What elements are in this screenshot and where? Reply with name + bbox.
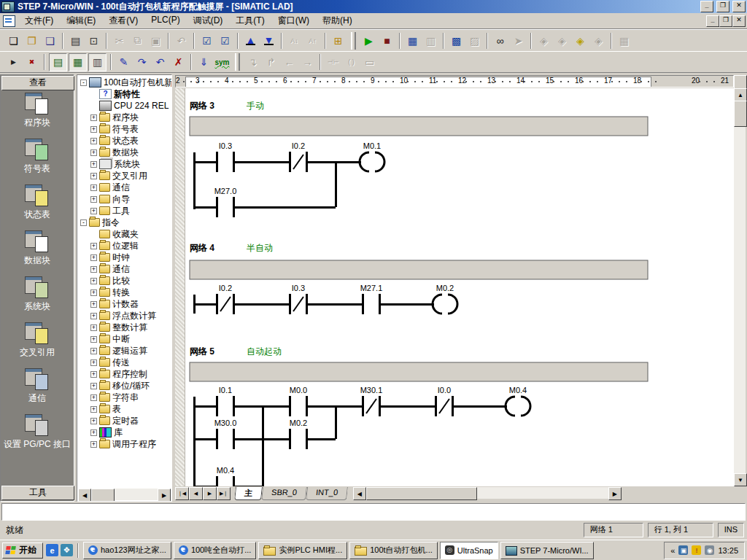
menu-调试D[interactable]: 调试(D) bbox=[187, 13, 230, 28]
expand-icon[interactable]: + bbox=[90, 336, 97, 343]
collapse-icon[interactable]: - bbox=[80, 79, 87, 86]
pause-chart-status-button[interactable]: ▨ bbox=[466, 32, 483, 49]
tree-item[interactable]: +字符串 bbox=[77, 392, 171, 403]
tree-item[interactable]: +程序控制 bbox=[77, 368, 171, 380]
ladder-network[interactable]: 网络 3手动I0.3I0.2M0.1M27.0 bbox=[190, 101, 648, 217]
menu-文件F[interactable]: 文件(F) bbox=[18, 13, 60, 28]
insert-network-button[interactable]: ✎ bbox=[115, 54, 132, 71]
menu-PLCP[interactable]: PLC(P) bbox=[144, 13, 186, 28]
expand-icon[interactable]: + bbox=[90, 289, 97, 296]
view-lad-button[interactable]: ▤ bbox=[49, 53, 67, 71]
last-tab-icon[interactable]: ▶❘ bbox=[217, 487, 231, 500]
tree-item[interactable]: +比较 bbox=[77, 275, 171, 287]
nav-item-communications[interactable]: 通信 bbox=[1, 368, 74, 405]
expand-icon[interactable]: + bbox=[90, 208, 97, 214]
bookmark-next-button[interactable]: ▶ bbox=[5, 54, 22, 71]
insert-contact-button[interactable]: ⊣⊢ bbox=[325, 54, 341, 71]
force-button[interactable]: ◈ bbox=[535, 32, 552, 49]
task-button[interactable]: e100吨全自动打... bbox=[174, 542, 257, 559]
expand-icon[interactable]: + bbox=[90, 313, 97, 319]
expand-icon[interactable]: + bbox=[90, 243, 97, 249]
tree-item[interactable]: -指令 bbox=[77, 217, 171, 228]
read-all-forced-button[interactable]: ◈ bbox=[590, 32, 607, 49]
child-restore-button[interactable]: ❐ bbox=[719, 15, 732, 27]
new-file-button[interactable]: ❏ bbox=[5, 32, 22, 49]
program-status-button[interactable]: ▦ bbox=[404, 32, 421, 49]
tree-item[interactable]: +中断 bbox=[77, 333, 171, 345]
tree-item[interactable]: CPU 224 REL bbox=[77, 100, 171, 112]
alert-icon[interactable]: ! bbox=[692, 545, 701, 555]
expand-icon[interactable]: + bbox=[90, 348, 97, 354]
scroll-left-icon[interactable]: ◀ bbox=[78, 489, 91, 502]
pou-tab-INT_0[interactable]: INT_0 bbox=[306, 487, 348, 500]
expand-icon[interactable]: + bbox=[90, 149, 97, 156]
nav-item-data-block[interactable]: 数据块 bbox=[1, 230, 74, 267]
tray-chevron-icon[interactable]: « bbox=[670, 546, 675, 555]
prev-tab-icon[interactable]: ◀ bbox=[189, 487, 203, 500]
tree-item[interactable]: +计数器 bbox=[77, 298, 171, 310]
scroll-thumb[interactable] bbox=[366, 487, 477, 500]
apply-address-button[interactable]: ⇓ bbox=[196, 54, 212, 71]
open-file-button[interactable]: ❐ bbox=[23, 32, 40, 49]
print-preview-button[interactable]: ⊡ bbox=[85, 32, 102, 49]
single-read-button[interactable]: ∞ bbox=[492, 32, 508, 49]
scroll-left-icon[interactable]: ◀ bbox=[353, 487, 366, 500]
tree-item[interactable]: +浮点数计算 bbox=[77, 310, 171, 322]
task-button[interactable]: 100t自动打包机... bbox=[349, 542, 438, 559]
minimize-button[interactable]: _ bbox=[700, 1, 713, 12]
nav-footer-tools[interactable]: 工具 bbox=[1, 486, 74, 500]
line-down-button[interactable]: ↴ bbox=[244, 54, 261, 71]
compile-all-button[interactable]: ☑ bbox=[217, 32, 233, 49]
tree-item[interactable]: +表 bbox=[77, 403, 171, 415]
tree-item[interactable]: +库 bbox=[77, 427, 171, 438]
app-icon[interactable] bbox=[1, 1, 15, 12]
tree-item[interactable]: +定时器 bbox=[77, 415, 171, 427]
tree-item[interactable]: +时钟 bbox=[77, 252, 171, 263]
collapse-icon[interactable]: - bbox=[80, 219, 87, 226]
pou-tab-主[interactable]: 主 bbox=[234, 487, 263, 500]
view-table-button[interactable]: ▥ bbox=[88, 53, 107, 71]
tree-item[interactable]: 新特性 bbox=[77, 88, 171, 100]
menu-工具T[interactable]: 工具(T) bbox=[229, 13, 271, 28]
tree-item[interactable]: +程序块 bbox=[77, 112, 171, 123]
tree-item[interactable]: +转换 bbox=[77, 287, 171, 298]
first-tab-icon[interactable]: ❘◀ bbox=[175, 487, 189, 500]
tree-item[interactable]: +数据块 bbox=[77, 147, 171, 158]
write-all-button[interactable]: ➤ bbox=[510, 32, 527, 49]
insert-box-button[interactable]: ▭ bbox=[361, 54, 378, 71]
tree-item[interactable]: +整数计算 bbox=[77, 322, 171, 333]
nav-item-system-block[interactable]: 系统块 bbox=[1, 276, 74, 313]
memory-map-button[interactable]: ▦ bbox=[616, 32, 632, 49]
expand-icon[interactable]: + bbox=[90, 266, 97, 273]
line-right-button[interactable]: → bbox=[299, 54, 316, 71]
tree-item[interactable]: +逻辑运算 bbox=[77, 345, 171, 357]
close-button[interactable]: ✕ bbox=[732, 1, 746, 12]
save-file-button[interactable]: ❑ bbox=[42, 32, 58, 49]
scroll-thumb[interactable] bbox=[91, 489, 115, 502]
compile-button[interactable]: ☑ bbox=[198, 32, 215, 49]
pause-program-status-button[interactable]: ▥ bbox=[422, 32, 439, 49]
expand-icon[interactable]: + bbox=[90, 278, 97, 284]
internet-explorer-icon[interactable]: e bbox=[46, 544, 58, 556]
nav-item-cross-reference[interactable]: 交叉引用 bbox=[1, 322, 74, 359]
tree-item[interactable]: +移位/循环 bbox=[77, 380, 171, 392]
expand-icon[interactable]: + bbox=[90, 114, 97, 121]
tree-item[interactable]: +系统块 bbox=[77, 158, 171, 170]
menu-帮助H[interactable]: 帮助(H) bbox=[316, 13, 359, 28]
restore-button[interactable]: ❐ bbox=[716, 1, 729, 12]
menu-窗口W[interactable]: 窗口(W) bbox=[271, 13, 316, 28]
tree-item[interactable]: +工具 bbox=[77, 205, 171, 217]
nav-header-view[interactable]: 查看 bbox=[1, 76, 74, 90]
unforce-button[interactable]: ◈ bbox=[554, 32, 570, 49]
symbolic-addressing-button[interactable]: sym bbox=[214, 54, 231, 71]
expand-icon[interactable]: + bbox=[90, 383, 97, 389]
tree-item[interactable]: +符号表 bbox=[77, 123, 171, 135]
edit-redo-network-button[interactable]: ↷ bbox=[133, 54, 150, 71]
editor-horizontal-scrollbar[interactable]: ◀ ▶ bbox=[353, 487, 622, 499]
editor-vertical-scrollbar[interactable]: ▲ ▼ bbox=[734, 74, 746, 502]
expand-icon[interactable]: + bbox=[90, 126, 97, 133]
next-tab-icon[interactable]: ▶ bbox=[203, 487, 217, 500]
sort-descending-button[interactable]: A↑ bbox=[304, 32, 321, 49]
expand-icon[interactable]: + bbox=[90, 406, 97, 413]
network-icon[interactable]: ▣ bbox=[678, 545, 688, 555]
